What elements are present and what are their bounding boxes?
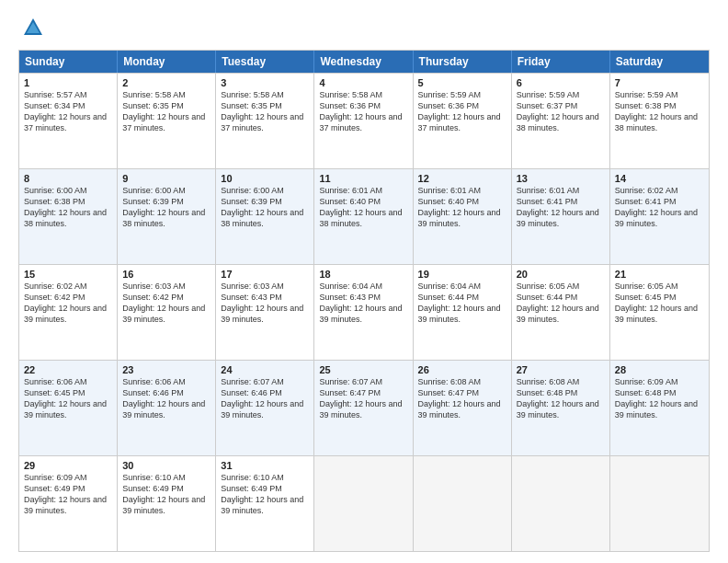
calendar-row-5: 29Sunrise: 6:09 AMSunset: 6:49 PMDayligh…	[19, 455, 709, 551]
day-info: Sunrise: 6:00 AMSunset: 6:39 PMDaylight:…	[122, 185, 210, 230]
calendar-row-1: 1Sunrise: 5:57 AMSunset: 6:34 PMDaylight…	[19, 73, 709, 168]
day-info: Sunrise: 6:06 AMSunset: 6:46 PMDaylight:…	[122, 376, 210, 421]
day-cell-9: 9Sunrise: 6:00 AMSunset: 6:39 PMDaylight…	[118, 169, 216, 264]
day-number: 30	[122, 460, 210, 471]
page: SundayMondayTuesdayWednesdayThursdayFrid…	[0, 0, 728, 563]
day-cell-19: 19Sunrise: 6:04 AMSunset: 6:44 PMDayligh…	[414, 265, 512, 360]
day-cell-18: 18Sunrise: 6:04 AMSunset: 6:43 PMDayligh…	[314, 265, 413, 360]
day-info: Sunrise: 5:58 AMSunset: 6:35 PMDaylight:…	[122, 89, 210, 134]
day-cell-25: 25Sunrise: 6:07 AMSunset: 6:47 PMDayligh…	[314, 361, 413, 455]
day-info: Sunrise: 6:00 AMSunset: 6:38 PMDaylight:…	[24, 185, 112, 230]
calendar-row-3: 15Sunrise: 6:02 AMSunset: 6:42 PMDayligh…	[19, 264, 709, 360]
day-cell-11: 11Sunrise: 6:01 AMSunset: 6:40 PMDayligh…	[314, 169, 413, 264]
day-cell-6: 6Sunrise: 5:59 AMSunset: 6:37 PMDaylight…	[512, 74, 610, 168]
day-info: Sunrise: 6:09 AMSunset: 6:48 PMDaylight:…	[615, 376, 704, 421]
header-day-tuesday: Tuesday	[216, 51, 314, 73]
day-number: 20	[517, 269, 605, 280]
day-info: Sunrise: 5:58 AMSunset: 6:36 PMDaylight:…	[319, 89, 407, 134]
day-cell-4: 4Sunrise: 5:58 AMSunset: 6:36 PMDaylight…	[314, 74, 413, 168]
day-info: Sunrise: 5:59 AMSunset: 6:37 PMDaylight:…	[517, 89, 605, 134]
day-cell-31: 31Sunrise: 6:10 AMSunset: 6:49 PMDayligh…	[216, 456, 314, 551]
empty-cell	[414, 456, 512, 551]
day-info: Sunrise: 6:10 AMSunset: 6:49 PMDaylight:…	[122, 472, 210, 517]
empty-cell	[512, 456, 610, 551]
day-number: 6	[517, 77, 605, 88]
day-number: 14	[615, 173, 704, 184]
empty-cell	[314, 456, 413, 551]
day-cell-7: 7Sunrise: 5:59 AMSunset: 6:38 PMDaylight…	[610, 74, 709, 168]
day-number: 1	[24, 77, 112, 88]
day-info: Sunrise: 6:09 AMSunset: 6:49 PMDaylight:…	[24, 472, 112, 517]
day-number: 10	[221, 173, 309, 184]
header-day-wednesday: Wednesday	[314, 51, 413, 73]
day-number: 4	[319, 77, 407, 88]
day-info: Sunrise: 6:01 AMSunset: 6:40 PMDaylight:…	[319, 185, 407, 230]
day-cell-13: 13Sunrise: 6:01 AMSunset: 6:41 PMDayligh…	[512, 169, 610, 264]
day-number: 19	[418, 269, 506, 280]
day-cell-10: 10Sunrise: 6:00 AMSunset: 6:39 PMDayligh…	[216, 169, 314, 264]
day-number: 13	[517, 173, 605, 184]
day-number: 31	[221, 460, 309, 471]
day-info: Sunrise: 6:02 AMSunset: 6:41 PMDaylight:…	[615, 185, 704, 230]
calendar-header: SundayMondayTuesdayWednesdayThursdayFrid…	[19, 51, 709, 73]
day-info: Sunrise: 6:04 AMSunset: 6:44 PMDaylight:…	[418, 281, 506, 326]
day-number: 18	[319, 269, 407, 280]
day-number: 25	[319, 364, 407, 375]
day-cell-22: 22Sunrise: 6:06 AMSunset: 6:45 PMDayligh…	[19, 361, 118, 455]
day-cell-28: 28Sunrise: 6:09 AMSunset: 6:48 PMDayligh…	[610, 361, 709, 455]
day-info: Sunrise: 6:07 AMSunset: 6:47 PMDaylight:…	[319, 376, 407, 421]
calendar-body: 1Sunrise: 5:57 AMSunset: 6:34 PMDaylight…	[19, 73, 709, 551]
day-number: 8	[24, 173, 112, 184]
day-number: 23	[122, 364, 210, 375]
day-cell-15: 15Sunrise: 6:02 AMSunset: 6:42 PMDayligh…	[19, 265, 118, 360]
day-cell-24: 24Sunrise: 6:07 AMSunset: 6:46 PMDayligh…	[216, 361, 314, 455]
day-cell-27: 27Sunrise: 6:08 AMSunset: 6:48 PMDayligh…	[512, 361, 610, 455]
day-number: 29	[24, 460, 112, 471]
day-info: Sunrise: 6:08 AMSunset: 6:48 PMDaylight:…	[517, 376, 605, 421]
calendar-row-4: 22Sunrise: 6:06 AMSunset: 6:45 PMDayligh…	[19, 360, 709, 455]
day-info: Sunrise: 6:04 AMSunset: 6:43 PMDaylight:…	[319, 281, 407, 326]
logo-icon	[20, 15, 46, 40]
day-number: 9	[122, 173, 210, 184]
day-info: Sunrise: 6:00 AMSunset: 6:39 PMDaylight:…	[221, 185, 309, 230]
day-cell-8: 8Sunrise: 6:00 AMSunset: 6:38 PMDaylight…	[19, 169, 118, 264]
logo	[18, 15, 46, 40]
day-info: Sunrise: 6:02 AMSunset: 6:42 PMDaylight:…	[24, 281, 112, 326]
day-cell-23: 23Sunrise: 6:06 AMSunset: 6:46 PMDayligh…	[118, 361, 216, 455]
day-info: Sunrise: 6:08 AMSunset: 6:47 PMDaylight:…	[418, 376, 506, 421]
calendar-row-2: 8Sunrise: 6:00 AMSunset: 6:38 PMDaylight…	[19, 168, 709, 264]
header	[18, 15, 710, 40]
day-info: Sunrise: 5:59 AMSunset: 6:38 PMDaylight:…	[615, 89, 704, 134]
day-cell-20: 20Sunrise: 6:05 AMSunset: 6:44 PMDayligh…	[512, 265, 610, 360]
day-number: 21	[615, 269, 704, 280]
day-number: 17	[221, 269, 309, 280]
calendar: SundayMondayTuesdayWednesdayThursdayFrid…	[18, 50, 710, 552]
day-number: 15	[24, 269, 112, 280]
day-cell-26: 26Sunrise: 6:08 AMSunset: 6:47 PMDayligh…	[414, 361, 512, 455]
header-day-sunday: Sunday	[19, 51, 118, 73]
day-info: Sunrise: 6:10 AMSunset: 6:49 PMDaylight:…	[221, 472, 309, 517]
header-day-saturday: Saturday	[610, 51, 709, 73]
day-number: 24	[221, 364, 309, 375]
day-number: 3	[221, 77, 309, 88]
day-info: Sunrise: 6:01 AMSunset: 6:40 PMDaylight:…	[418, 185, 506, 230]
day-number: 2	[122, 77, 210, 88]
day-cell-14: 14Sunrise: 6:02 AMSunset: 6:41 PMDayligh…	[610, 169, 709, 264]
day-number: 22	[24, 364, 112, 375]
header-day-friday: Friday	[512, 51, 610, 73]
day-cell-30: 30Sunrise: 6:10 AMSunset: 6:49 PMDayligh…	[118, 456, 216, 551]
day-info: Sunrise: 5:57 AMSunset: 6:34 PMDaylight:…	[24, 89, 112, 134]
empty-cell	[610, 456, 709, 551]
day-cell-21: 21Sunrise: 6:05 AMSunset: 6:45 PMDayligh…	[610, 265, 709, 360]
day-number: 28	[615, 364, 704, 375]
day-cell-3: 3Sunrise: 5:58 AMSunset: 6:35 PMDaylight…	[216, 74, 314, 168]
day-cell-16: 16Sunrise: 6:03 AMSunset: 6:42 PMDayligh…	[118, 265, 216, 360]
day-info: Sunrise: 6:03 AMSunset: 6:43 PMDaylight:…	[221, 281, 309, 326]
day-number: 7	[615, 77, 704, 88]
day-number: 27	[517, 364, 605, 375]
day-info: Sunrise: 6:01 AMSunset: 6:41 PMDaylight:…	[517, 185, 605, 230]
day-cell-5: 5Sunrise: 5:59 AMSunset: 6:36 PMDaylight…	[414, 74, 512, 168]
day-info: Sunrise: 5:59 AMSunset: 6:36 PMDaylight:…	[418, 89, 506, 134]
day-info: Sunrise: 5:58 AMSunset: 6:35 PMDaylight:…	[221, 89, 309, 134]
day-cell-1: 1Sunrise: 5:57 AMSunset: 6:34 PMDaylight…	[19, 74, 118, 168]
